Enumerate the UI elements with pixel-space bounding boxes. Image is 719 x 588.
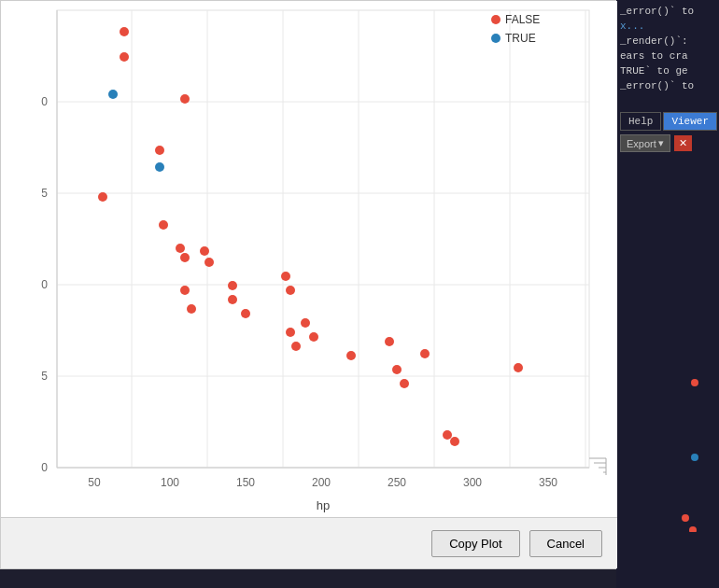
svg-point-2 [682, 514, 689, 522]
svg-text:5: 5 [41, 187, 48, 200]
svg-point-52 [228, 295, 237, 304]
svg-point-61 [385, 337, 394, 346]
svg-text:hp: hp [317, 498, 330, 512]
svg-point-57 [291, 342, 301, 351]
svg-point-48 [187, 304, 196, 314]
code-line-5: TRUE` to ge [620, 63, 715, 78]
svg-point-49 [200, 246, 209, 256]
svg-point-63 [400, 379, 409, 388]
code-line-4: ears to cra [620, 49, 715, 63]
svg-point-41 [120, 52, 129, 62]
svg-point-3 [689, 526, 697, 532]
svg-point-46 [180, 253, 190, 262]
svg-text:200: 200 [312, 476, 331, 489]
code-line-3: _render()`: [620, 34, 715, 49]
export-button[interactable]: Export ▾ [620, 134, 670, 152]
svg-point-58 [301, 318, 310, 328]
cancel-button[interactable]: Cancel [529, 530, 602, 557]
svg-text:50: 50 [88, 476, 101, 489]
svg-text:0: 0 [41, 461, 48, 474]
svg-text:0: 0 [41, 278, 48, 291]
svg-point-56 [286, 328, 295, 337]
svg-point-51 [228, 281, 237, 290]
tab-help[interactable]: Help [620, 112, 661, 131]
svg-point-54 [281, 272, 290, 281]
tab-viewer[interactable]: Viewer [663, 112, 717, 131]
svg-point-36 [491, 15, 500, 24]
copy-plot-button[interactable]: Copy Plot [431, 530, 519, 557]
svg-point-65 [443, 430, 452, 440]
close-button[interactable]: ✕ [674, 135, 692, 151]
svg-point-64 [420, 349, 430, 358]
svg-point-67 [514, 363, 523, 372]
svg-point-40 [120, 27, 129, 36]
svg-point-55 [286, 286, 295, 295]
export-arrow-icon: ▾ [658, 137, 664, 149]
dialog-footer: Copy Plot Cancel [1, 517, 617, 568]
svg-text:0: 0 [41, 95, 48, 108]
svg-point-43 [155, 146, 164, 155]
plot-dialog: 50 100 150 200 250 300 350 0 5 0 5 0 hp … [0, 0, 616, 569]
svg-text:TRUE: TRUE [505, 32, 536, 45]
svg-point-68 [98, 192, 107, 202]
svg-point-44 [159, 220, 168, 230]
plot-area: 50 100 150 200 250 300 350 0 5 0 5 0 hp … [1, 1, 617, 519]
svg-point-45 [176, 244, 185, 253]
svg-point-50 [204, 258, 214, 267]
svg-point-66 [450, 437, 459, 446]
svg-point-42 [180, 94, 190, 104]
svg-point-53 [241, 309, 250, 318]
svg-point-70 [155, 162, 164, 172]
svg-text:350: 350 [539, 476, 557, 489]
svg-text:300: 300 [463, 476, 482, 489]
svg-text:250: 250 [388, 476, 406, 489]
svg-point-59 [309, 332, 318, 342]
svg-text:5: 5 [41, 370, 48, 383]
code-line-1: _error()` to [620, 4, 715, 19]
svg-point-69 [108, 90, 118, 99]
svg-point-1 [691, 454, 698, 461]
chart-svg: 50 100 150 200 250 300 350 0 5 0 5 0 hp … [1, 1, 617, 519]
svg-text:100: 100 [161, 476, 179, 489]
svg-text:FALSE: FALSE [505, 13, 540, 26]
code-line-6: _error()` to [620, 78, 715, 93]
svg-point-60 [346, 351, 356, 360]
svg-point-38 [491, 34, 500, 43]
export-label: Export [627, 138, 656, 149]
svg-point-47 [180, 286, 190, 295]
code-panel: _error()` to x... _render()`: ears to cr… [616, 0, 719, 588]
svg-text:150: 150 [236, 476, 255, 489]
svg-point-62 [392, 365, 402, 374]
svg-point-0 [691, 379, 698, 386]
code-line-2: x... [620, 19, 715, 34]
